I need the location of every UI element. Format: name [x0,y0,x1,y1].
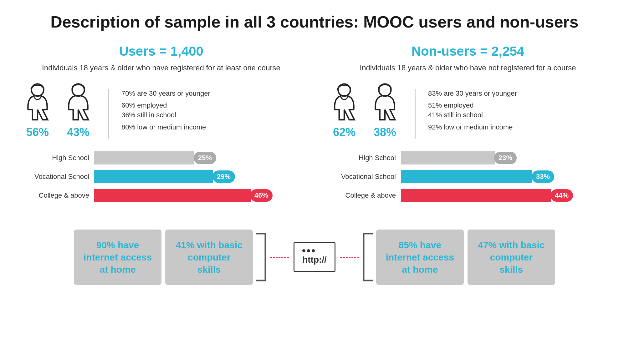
nonusers-male-icon [368,83,402,123]
nonusers-bar-fill-1 [401,170,532,183]
users-internet-box: 90% have internet access at home [74,230,161,285]
http-box: http:// [294,242,335,272]
users-people-section: 56% 43% 70% are 30 ye [20,83,302,139]
users-stat-3: 80% low or medium income [121,123,210,132]
nonusers-column: Non-users = 2,254 Individuals 18 years &… [327,44,609,208]
nonusers-internet-box: 85% have internet access at home [376,230,464,285]
users-bar-pct-2: 46% [250,189,273,202]
users-icons: 56% 43% [20,83,95,139]
users-stat-0: 70% are 30 years or younger [121,89,210,99]
nonusers-people-section: 62% 38% 83% are 30 years or younger [327,83,609,139]
male-icon [61,83,95,123]
users-bar-track-0: 25% [94,151,302,164]
nonusers-bar-pct-2: 44% [550,189,573,202]
users-bar-fill-1 [94,170,213,183]
nonusers-bar-row-0: High School 23% [327,151,609,164]
users-stat-1: 60% employed36% still in school [121,101,210,120]
users-bar-pct-0: 25% [194,152,216,164]
users-bar-label-2: College & above [20,191,89,200]
users-divider [108,89,109,139]
nonusers-stats: 83% are 30 years or younger 51% employed… [428,89,517,132]
nonusers-female-block: 62% [327,83,361,139]
bracket-left-icon [362,232,375,282]
nonusers-stat-1: 51% employed41% still in school [428,101,517,120]
nonusers-bar-row-2: College & above 44% [327,189,609,202]
http-dots [302,249,327,252]
users-male-pct: 43% [67,126,89,139]
internet-section: 90% have internet access at home 41% wit… [19,230,610,285]
users-bar-label-1: Vocational School [20,173,89,181]
nonusers-bar-row-1: Vocational School 33% [327,170,609,183]
users-computer-box: 41% with basic computer skills [165,230,253,285]
nonusers-female-pct: 62% [333,126,355,139]
nonusers-bar-label-1: Vocational School [327,173,396,181]
users-female-pct: 56% [26,126,49,139]
nonusers-divider [415,89,416,139]
users-bar-fill-2 [94,189,251,202]
nonusers-bar-pct-1: 33% [532,170,554,183]
users-stats: 70% are 30 years or younger 60% employed… [121,89,210,132]
dashed-left [270,257,289,258]
nonusers-subtitle: Individuals 18 years & older who have no… [360,63,576,73]
nonusers-stat-0: 83% are 30 years or younger [428,89,517,99]
nonusers-male-pct: 38% [374,126,396,139]
left-bracket-nonusers [362,232,375,282]
users-internet-group: 90% have internet access at home 41% wit… [74,230,253,285]
users-bar-pct-1: 29% [212,170,235,183]
users-bar-chart: High School 25% Vocational School 29% Co… [20,151,302,208]
female-icon [20,83,55,123]
nonusers-icons: 62% 38% [327,83,402,139]
users-female-block: 56% [20,83,55,139]
dot-1 [302,249,305,252]
nonusers-bar-track-1: 33% [401,170,609,183]
nonusers-stat-3: 92% low or medium income [428,123,517,132]
users-bar-row-1: Vocational School 29% [20,170,302,183]
users-bar-fill-0 [94,151,194,164]
nonusers-bar-chart: High School 23% Vocational School 33% Co… [327,151,609,208]
users-bar-row-0: High School 25% [20,151,302,164]
nonusers-title: Non-users = 2,254 [412,44,524,59]
nonusers-internet-group: 85% have internet access at home 47% wit… [376,230,555,285]
nonusers-bar-track-2: 44% [401,189,609,202]
nonusers-bar-track-0: 23% [401,151,609,164]
users-bar-row-2: College & above 46% [20,189,302,202]
nonusers-male-block: 38% [368,83,402,139]
right-bracket-users [254,232,267,282]
page: Description of sample in all 3 countries… [0,0,629,364]
users-bar-track-2: 46% [94,189,302,202]
dot-2 [307,249,310,252]
nonusers-computer-box: 47% with basic computer skills [468,230,555,285]
nonusers-bar-label-0: High School [327,154,396,162]
main-title: Description of sample in all 3 countries… [50,13,578,31]
users-male-block: 43% [61,83,95,139]
users-column: Users = 1,400 Individuals 18 years & old… [20,44,302,208]
dot-3 [312,249,315,252]
bracket-right-icon [254,232,267,282]
users-bar-label-0: High School [20,154,89,162]
users-title: Users = 1,400 [119,44,203,59]
nonusers-bar-pct-0: 23% [494,152,517,164]
http-text: http:// [302,255,327,265]
dashed-right [340,257,359,258]
users-bar-track-1: 29% [94,170,302,183]
users-subtitle: Individuals 18 years & older who have re… [42,63,280,73]
nonusers-female-icon [327,83,361,123]
nonusers-bar-label-2: College & above [327,191,396,200]
nonusers-bar-fill-2 [401,189,551,202]
nonusers-bar-fill-0 [401,151,495,164]
two-columns: Users = 1,400 Individuals 18 years & old… [19,44,610,208]
